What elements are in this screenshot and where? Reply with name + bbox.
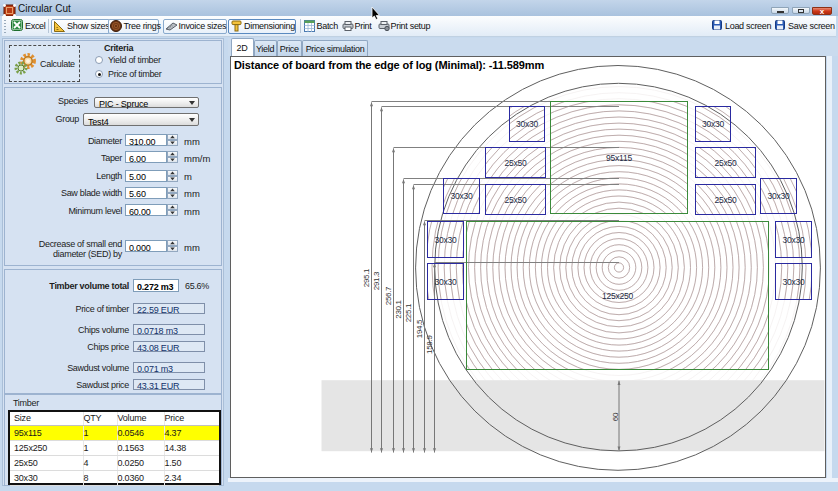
svg-text:230.1: 230.1 bbox=[394, 299, 403, 318]
svg-text:25x50: 25x50 bbox=[714, 158, 737, 168]
svg-text:25x50: 25x50 bbox=[714, 195, 737, 205]
svg-text:30x30: 30x30 bbox=[702, 119, 725, 129]
svg-text:125x250: 125x250 bbox=[602, 291, 634, 301]
svg-text:30x30: 30x30 bbox=[450, 191, 473, 201]
svg-text:25x50: 25x50 bbox=[504, 158, 527, 168]
svg-text:95x115: 95x115 bbox=[606, 153, 633, 163]
svg-text:225.1: 225.1 bbox=[404, 303, 413, 322]
svg-text:30x30: 30x30 bbox=[782, 277, 805, 287]
svg-text:30x30: 30x30 bbox=[434, 235, 457, 245]
svg-text:30x30: 30x30 bbox=[767, 191, 790, 201]
svg-text:158.9: 158.9 bbox=[425, 335, 434, 354]
svg-text:30x30: 30x30 bbox=[516, 119, 539, 129]
svg-text:295.1: 295.1 bbox=[362, 268, 371, 287]
svg-text:30x30: 30x30 bbox=[782, 235, 805, 245]
svg-text:256.7: 256.7 bbox=[384, 286, 393, 305]
svg-text:60: 60 bbox=[611, 412, 620, 421]
svg-text:291.3: 291.3 bbox=[372, 271, 381, 290]
svg-text:30x30: 30x30 bbox=[434, 277, 457, 287]
svg-text:194.5: 194.5 bbox=[415, 319, 424, 338]
svg-text:25x50: 25x50 bbox=[504, 195, 527, 205]
